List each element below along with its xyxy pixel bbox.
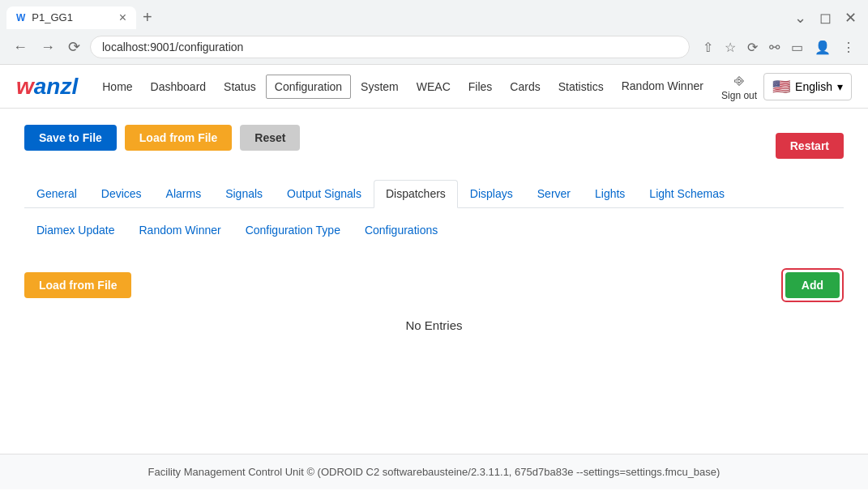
profile-icon[interactable]: 👤 <box>811 36 834 58</box>
nav-configuration[interactable]: Configuration <box>266 75 351 99</box>
fullscreen-icon[interactable]: ▭ <box>788 36 806 58</box>
tab-alarms[interactable]: Alarms <box>154 180 214 207</box>
reset-button[interactable]: Reset <box>240 125 300 151</box>
add-button[interactable]: Add <box>785 272 840 298</box>
nav-home[interactable]: Home <box>94 75 140 98</box>
tab-general[interactable]: General <box>24 180 89 207</box>
nav-dashboard[interactable]: Dashboard <box>143 75 215 98</box>
restart-button[interactable]: Restart <box>776 133 844 159</box>
extensions-icon[interactable]: ⚯ <box>766 36 783 58</box>
content-load-from-file-button[interactable]: Load from File <box>24 272 131 298</box>
tab-diamex-update[interactable]: Diamex Update <box>24 216 127 244</box>
tab-signals[interactable]: Signals <box>213 180 275 207</box>
sign-out-label: Sign out <box>721 90 757 101</box>
browser-tab[interactable]: W P1_GG1 × <box>6 6 136 29</box>
tab-lights[interactable]: Lights <box>583 180 637 207</box>
nav-links: Home Dashboard Status Configuration Syst… <box>94 75 718 99</box>
top-nav: wanzl Home Dashboard Status Configuratio… <box>0 65 868 109</box>
flag-icon: 🇺🇸 <box>772 78 790 96</box>
tab-output-signals[interactable]: Output Signals <box>275 180 374 207</box>
content-area: Load from File Add No Entries <box>24 260 844 340</box>
nav-cards[interactable]: Cards <box>502 75 548 98</box>
nav-statistics[interactable]: Statistics <box>550 75 612 98</box>
tab-random-winner[interactable]: Random Winner <box>127 216 233 244</box>
url-text: localhost:9001/configuration <box>102 41 678 53</box>
tab-title: P1_GG1 <box>32 11 73 23</box>
tab-configurations[interactable]: Configurations <box>353 216 450 244</box>
chevron-down-icon: ▾ <box>837 80 843 93</box>
nav-system[interactable]: System <box>353 75 407 98</box>
sign-out-area[interactable]: ⎆ Sign out <box>721 71 757 101</box>
tabs-row-1: General Devices Alarms Signals Output Si… <box>24 180 844 208</box>
content-toolbar: Load from File Add <box>24 268 844 302</box>
tab-configuration-type[interactable]: Configuration Type <box>233 216 353 244</box>
action-buttons: Save to File Load from File Reset <box>24 125 300 151</box>
logo: wanzl <box>16 74 78 100</box>
add-button-container: Add <box>781 268 844 302</box>
forward-button[interactable]: → <box>37 36 58 59</box>
nav-files[interactable]: Files <box>460 75 501 98</box>
tab-devices[interactable]: Devices <box>89 180 154 207</box>
history-icon[interactable]: ⟳ <box>744 36 761 58</box>
tab-server[interactable]: Server <box>525 180 583 207</box>
address-bar[interactable]: localhost:9001/configuration <box>90 36 690 58</box>
bookmark-icon[interactable]: ☆ <box>721 36 739 58</box>
main-content: Save to File Load from File Reset Restar… <box>0 109 868 356</box>
footer: Facility Management Control Unit © (ODRO… <box>0 454 868 489</box>
sign-out-icon: ⎆ <box>734 71 744 90</box>
tabs-row-2: Diamex Update Random Winner Configuratio… <box>24 216 844 244</box>
tab-displays[interactable]: Displays <box>458 180 525 207</box>
tab-light-schemas[interactable]: Light Schemas <box>637 180 737 207</box>
back-button[interactable]: ← <box>10 36 31 59</box>
nav-weac[interactable]: WEAC <box>408 75 459 98</box>
footer-text: Facility Management Control Unit © (ODRO… <box>148 466 720 478</box>
nav-random-winner[interactable]: Random Winner <box>614 75 712 98</box>
new-tab-button[interactable]: + <box>136 5 159 30</box>
tab-favicon: W <box>16 12 25 23</box>
tab-dispatchers[interactable]: Dispatchers <box>374 180 458 208</box>
save-to-file-button[interactable]: Save to File <box>24 125 117 151</box>
tab-close-button[interactable]: × <box>119 11 126 24</box>
maximize-button[interactable]: ◻ <box>815 7 836 28</box>
close-window-button[interactable]: ✕ <box>840 7 862 28</box>
language-selector[interactable]: 🇺🇸 English ▾ <box>763 73 852 100</box>
share-icon[interactable]: ⇧ <box>699 36 716 58</box>
minimize-button[interactable]: ⌄ <box>789 7 811 28</box>
language-label: English <box>795 80 832 93</box>
no-entries-label: No Entries <box>24 318 844 332</box>
menu-icon[interactable]: ⋮ <box>839 36 858 58</box>
nav-status[interactable]: Status <box>216 75 264 98</box>
load-from-file-button[interactable]: Load from File <box>125 125 232 151</box>
action-buttons-row: Save to File Load from File Reset Restar… <box>24 125 844 167</box>
reload-button[interactable]: ⟳ <box>65 35 83 59</box>
